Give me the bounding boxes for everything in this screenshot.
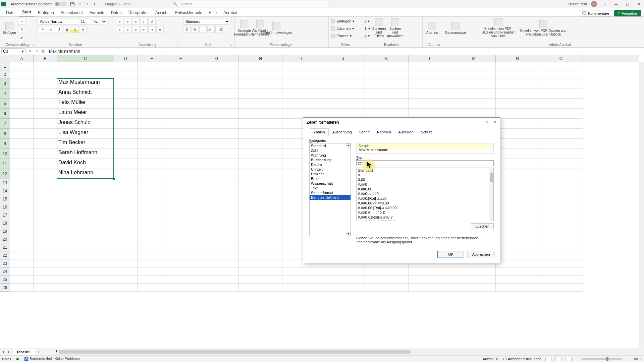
dialog-help-icon[interactable]: ? — [486, 120, 488, 125]
cell-styles-button[interactable]: Zellenformatvorlagen — [269, 18, 284, 38]
category-option[interactable]: Wissenschaft — [310, 181, 351, 186]
cell[interactable] — [114, 62, 138, 70]
cell[interactable] — [539, 195, 583, 203]
cell[interactable] — [34, 203, 57, 211]
cell[interactable] — [195, 88, 239, 99]
cell[interactable] — [10, 70, 34, 78]
cell[interactable] — [195, 149, 239, 159]
sheet-next-icon[interactable]: ▸ — [6, 350, 12, 354]
increase-font-icon[interactable]: A▴ — [92, 18, 99, 25]
cell[interactable] — [166, 70, 195, 78]
cell[interactable] — [195, 243, 239, 251]
delete-cells-button[interactable]: Löschen ▾ — [331, 25, 354, 32]
cell[interactable] — [409, 284, 452, 292]
cell[interactable] — [166, 99, 195, 109]
cell[interactable] — [166, 276, 195, 284]
cell[interactable] — [114, 203, 138, 211]
align-center-icon[interactable]: ≡ — [124, 26, 131, 33]
cell[interactable] — [539, 284, 583, 292]
format-code-list[interactable]: Standard00,00#.##0#.##0,00#.##0;-#.##0#.… — [356, 168, 494, 221]
cell[interactable]: Nina Lehmann — [57, 169, 114, 179]
cell[interactable] — [496, 235, 539, 243]
cell[interactable] — [195, 227, 239, 235]
cell[interactable] — [496, 119, 539, 129]
insert-cells-button[interactable]: Einfügen ▾ — [331, 18, 355, 24]
cell[interactable] — [138, 195, 166, 203]
cell[interactable] — [195, 187, 239, 195]
cell[interactable] — [539, 169, 583, 179]
cell[interactable] — [496, 259, 539, 267]
cell[interactable] — [539, 159, 583, 169]
cell[interactable] — [195, 235, 239, 243]
formula-input[interactable]: Max Mustermann — [47, 49, 644, 54]
cell[interactable] — [365, 267, 409, 276]
cell[interactable] — [239, 276, 282, 284]
sheet-split-icon[interactable]: ⋮ — [55, 350, 58, 354]
cell[interactable] — [539, 139, 583, 149]
cell[interactable] — [239, 78, 282, 88]
cell[interactable] — [195, 211, 239, 219]
column-header[interactable]: A — [10, 55, 34, 62]
display-settings-button[interactable]: 🖵 Anzeigeeinstellungen — [503, 357, 541, 361]
ok-button[interactable]: OK — [437, 251, 464, 258]
tab-einfügen[interactable]: Einfügen — [35, 9, 57, 16]
cell[interactable] — [539, 235, 583, 243]
cell[interactable] — [496, 169, 539, 179]
cell[interactable] — [138, 139, 166, 149]
decrease-indent-icon[interactable]: ⇤ — [140, 26, 148, 33]
cell[interactable] — [138, 235, 166, 243]
cell[interactable] — [365, 78, 409, 88]
cell[interactable] — [10, 227, 34, 235]
cell[interactable] — [114, 235, 138, 243]
cell[interactable] — [452, 276, 496, 284]
column-header[interactable]: J — [321, 55, 365, 62]
cell[interactable] — [539, 243, 583, 251]
cell[interactable] — [409, 88, 452, 99]
row-header[interactable]: 20 — [0, 235, 10, 243]
cell[interactable] — [10, 169, 34, 179]
cell[interactable] — [166, 227, 195, 235]
redo-icon[interactable]: ↷ — [85, 1, 90, 7]
cell[interactable] — [34, 129, 57, 139]
align-middle-icon[interactable]: ≡ — [124, 18, 131, 25]
cell[interactable] — [57, 235, 114, 243]
cell[interactable] — [195, 251, 239, 259]
cell[interactable] — [409, 62, 452, 70]
cell[interactable] — [496, 211, 539, 219]
cell[interactable] — [321, 267, 365, 276]
cell[interactable] — [496, 284, 539, 292]
cell[interactable] — [496, 159, 539, 169]
cell[interactable] — [239, 203, 282, 211]
cell[interactable] — [496, 129, 539, 139]
comments-button[interactable]: 💬 Kommentare — [579, 10, 612, 16]
format-option[interactable]: Standard — [357, 168, 493, 173]
cell[interactable] — [114, 149, 138, 159]
column-header[interactable]: M — [452, 55, 496, 62]
row-header[interactable]: 6 — [0, 109, 10, 119]
cell[interactable] — [282, 99, 321, 109]
cell[interactable] — [409, 276, 452, 284]
tab-formeln[interactable]: Formeln — [86, 9, 108, 16]
conditional-formatting-button[interactable]: Bedingte Formatierung — [237, 18, 252, 38]
cell[interactable] — [239, 99, 282, 109]
cell[interactable] — [34, 267, 57, 276]
autosave-toggle[interactable] — [55, 2, 67, 6]
cell[interactable] — [138, 119, 166, 129]
cell[interactable] — [365, 284, 409, 292]
cell[interactable] — [34, 219, 57, 227]
category-option[interactable]: Benutzerdefiniert — [310, 195, 351, 200]
zoom-level[interactable]: 100 % — [632, 357, 642, 361]
cell[interactable] — [239, 129, 282, 139]
cell[interactable] — [166, 88, 195, 99]
cell[interactable] — [496, 227, 539, 235]
cell[interactable] — [539, 99, 583, 109]
cell[interactable] — [539, 149, 583, 159]
format-option[interactable]: 0,00 — [357, 177, 493, 182]
cell[interactable] — [10, 219, 34, 227]
dialog-tab-zahlen[interactable]: Zahlen — [310, 128, 329, 136]
cell[interactable] — [365, 88, 409, 99]
cell[interactable] — [239, 159, 282, 169]
dialog-tab-schutz[interactable]: Schutz — [417, 128, 436, 136]
cell[interactable] — [195, 219, 239, 227]
tab-ansicht[interactable]: Ansicht — [152, 9, 172, 16]
